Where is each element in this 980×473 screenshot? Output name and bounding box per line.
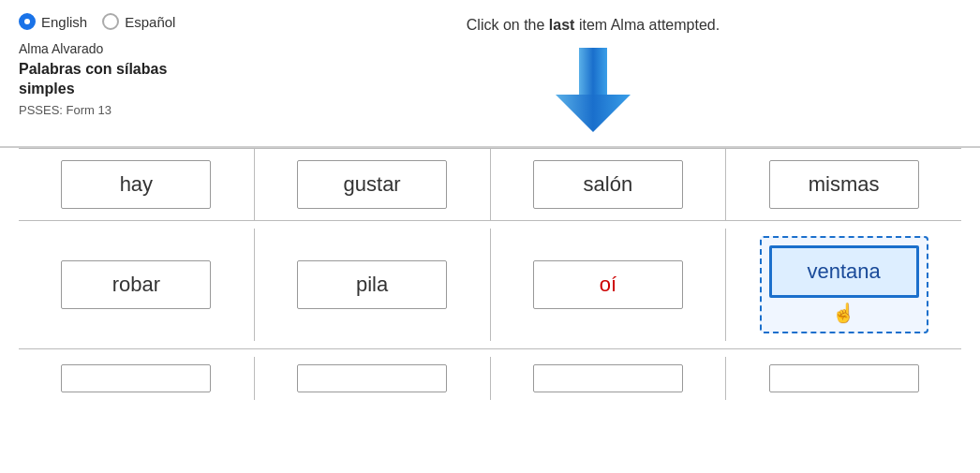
english-label: English xyxy=(41,14,87,30)
word-card-gustar[interactable]: gustar xyxy=(297,160,447,209)
word-card-bottom-0[interactable] xyxy=(61,364,211,392)
top-cell-0: hay xyxy=(19,149,255,220)
word-card-bottom-3[interactable] xyxy=(769,364,919,392)
word-card-ventana[interactable]: ventana xyxy=(769,245,919,298)
header: English Español Alma Alvarado Palabras c… xyxy=(0,0,980,146)
instruction-bold: last xyxy=(549,17,575,33)
word-card-oi[interactable]: oí xyxy=(533,260,683,309)
cursor-icon: ☝ xyxy=(769,302,919,324)
grid-area: hay gustar salón mismas robar pila oí ve… xyxy=(0,148,980,407)
instruction-area: Click on the last item Alma attempted. xyxy=(225,13,961,137)
espanol-radio-circle xyxy=(102,13,119,30)
svg-rect-0 xyxy=(579,48,607,95)
top-cell-1: gustar xyxy=(255,149,491,220)
espanol-radio[interactable]: Español xyxy=(102,13,175,30)
arrow-down-icon xyxy=(551,43,635,137)
middle-cell-2: oí xyxy=(491,229,727,341)
word-card-robar[interactable]: robar xyxy=(61,260,211,309)
language-selector: English Español xyxy=(19,13,169,30)
word-card-salon[interactable]: salón xyxy=(533,160,683,209)
top-cell-2: salón xyxy=(491,149,727,220)
word-card-pila[interactable]: pila xyxy=(297,260,447,309)
instruction-text: Click on the last item Alma attempted. xyxy=(467,17,720,34)
test-name: Palabras con sílabas simples xyxy=(19,60,225,99)
bottom-cell-2 xyxy=(491,357,727,400)
bottom-cell-3 xyxy=(726,357,961,400)
instruction-suffix: item Alma attempted. xyxy=(574,17,720,33)
english-radio-circle xyxy=(19,13,36,30)
middle-cell-3-selected-container: ventana ☝ xyxy=(726,229,961,341)
bottom-cell-1 xyxy=(255,357,491,400)
left-panel: Alma Alvarado Palabras con sílabas simpl… xyxy=(19,41,225,117)
word-card-mismas[interactable]: mismas xyxy=(769,160,919,209)
middle-cell-0: robar xyxy=(19,229,255,341)
word-card-bottom-2[interactable] xyxy=(533,364,683,392)
bottom-cell-0 xyxy=(19,357,255,400)
word-card-bottom-1[interactable] xyxy=(297,364,447,392)
ventana-selected-container: ventana ☝ xyxy=(760,236,928,333)
svg-marker-1 xyxy=(556,95,631,132)
middle-row: robar pila oí ventana ☝ xyxy=(19,221,961,349)
middle-cell-1: pila xyxy=(255,229,491,341)
top-cell-3: mismas xyxy=(726,149,961,220)
form-label: PSSES: Form 13 xyxy=(19,103,225,117)
english-radio[interactable]: English xyxy=(19,13,87,30)
word-card-hay[interactable]: hay xyxy=(61,160,211,209)
top-row: hay gustar salón mismas xyxy=(19,148,961,221)
bottom-row xyxy=(19,349,961,407)
student-name: Alma Alvarado xyxy=(19,41,225,56)
instruction-prefix: Click on the xyxy=(467,17,549,33)
espanol-label: Español xyxy=(125,14,175,30)
